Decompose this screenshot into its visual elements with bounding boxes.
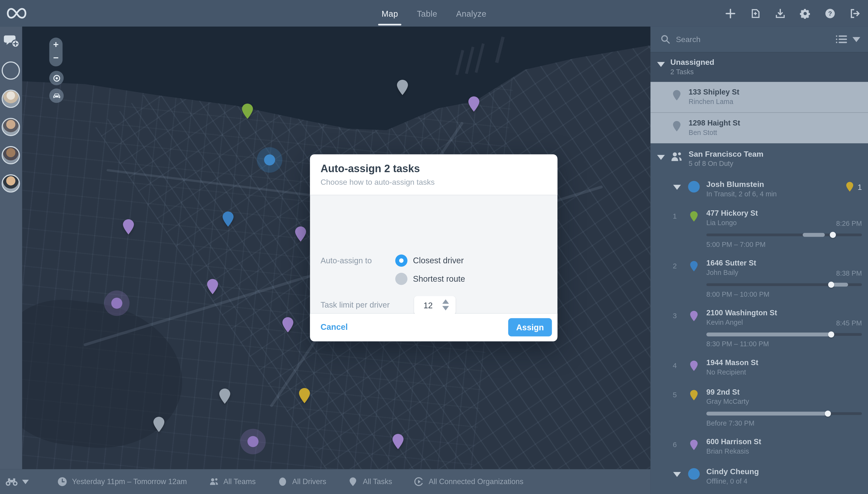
unassigned-count: 2 Tasks — [670, 68, 868, 77]
unassigned-task-row[interactable]: 133 Shipley StRinchen Lama — [650, 82, 868, 112]
radio-shortest-route[interactable] — [395, 273, 407, 285]
map-task-pin-gray[interactable] — [219, 388, 231, 404]
driver-avatar[interactable] — [2, 61, 20, 80]
map-driver-marker-blue[interactable] — [257, 147, 282, 173]
driver-avatar[interactable] — [2, 174, 20, 193]
sidebar-sort-caret[interactable] — [852, 37, 860, 42]
tab-table[interactable]: Table — [417, 0, 437, 26]
driver-row[interactable]: Josh BlumsteinIn Transit, 2 of 6, 4 min1 — [650, 175, 868, 204]
driver-task-row[interactable]: 41944 Mason StNo Recipient — [650, 354, 868, 383]
radio-closest-driver-label[interactable]: Closest driver — [413, 255, 464, 265]
map-task-pin-purple[interactable] — [282, 317, 294, 333]
search-input[interactable] — [675, 34, 836, 44]
driver-task-row[interactable]: 32100 Washington StKevin Angel8:45 PM8:3… — [650, 304, 868, 354]
driver-task-row[interactable]: 599 2nd StGray McCartyBefore 7:30 PM — [650, 383, 868, 433]
task-time-window: 8:30 PM – 11:00 PM — [706, 336, 868, 354]
driver-row[interactable]: Cindy CheungOffline, 0 of 4 — [650, 462, 868, 491]
export-download-icon — [775, 8, 785, 18]
search-icon — [661, 35, 670, 44]
driver-avatar[interactable] — [2, 118, 20, 136]
task-sequence-number: 1 — [670, 212, 679, 220]
team-section-header[interactable]: San Francisco Team5 of 8 On Duty — [650, 144, 868, 175]
map-task-pin-purple[interactable] — [392, 433, 404, 450]
filter-clock[interactable]: Yesterday 11pm – Tomorrow 12am — [58, 477, 187, 486]
driver-avatar[interactable] — [2, 146, 20, 165]
cancel-button[interactable]: Cancel — [320, 322, 348, 331]
sign-out-button[interactable] — [849, 8, 860, 19]
task-pin-icon — [690, 261, 698, 272]
avatar-photo — [3, 147, 19, 163]
new-chat-button[interactable] — [4, 34, 19, 49]
driver-task-row[interactable]: 1477 Hickory StLia Longo8:26 PM5:00 PM –… — [650, 204, 868, 254]
vehicles-button[interactable] — [49, 89, 63, 103]
map-task-pin-purple[interactable] — [294, 226, 307, 243]
stepper-down-icon[interactable] — [442, 306, 449, 310]
map-task-pin-gray[interactable] — [396, 79, 408, 96]
driver-status-dot — [688, 181, 700, 192]
task-progress-bar — [706, 233, 862, 236]
auto-assign-modal: Auto-assign 2 tasks Choose how to auto-a… — [310, 154, 557, 341]
caret-down-icon — [22, 479, 29, 484]
settings-gear-icon — [799, 8, 810, 18]
task-recipient: Gray McCarty — [706, 397, 868, 407]
map-task-pin-green[interactable] — [241, 103, 254, 120]
unassigned-task-row[interactable]: 1298 Haight StBen Stott — [650, 112, 868, 144]
filter-task-pin[interactable]: All Tasks — [348, 477, 392, 486]
task-sidebar: Unassigned2 Tasks133 Shipley StRinchen L… — [650, 26, 868, 494]
driver-oval-icon — [278, 477, 287, 486]
assign-to-label: Auto-assign to — [320, 256, 372, 265]
radio-shortest-route-label[interactable]: Shortest route — [413, 274, 465, 283]
driver-avatar[interactable] — [2, 90, 20, 108]
map-task-pin-purple[interactable] — [468, 96, 480, 112]
tab-map[interactable]: Map — [382, 0, 398, 26]
radio-closest-driver[interactable] — [395, 254, 407, 267]
create-task-button[interactable] — [724, 8, 736, 19]
team-on-duty-count: 5 of 8 On Duty — [689, 159, 868, 169]
task-address: 1944 Mason St — [706, 357, 868, 368]
stepper-up-icon[interactable] — [442, 299, 449, 304]
driver-task-row[interactable]: 21646 Sutter StJohn Baily8:38 PM8:00 PM … — [650, 254, 868, 304]
task-recipient: Brian Rekasis — [706, 447, 868, 457]
help-button[interactable]: ? — [824, 8, 835, 19]
driver-task-badge: 1 — [846, 182, 862, 192]
task-limit-input[interactable]: 12 — [414, 296, 456, 315]
list-view-icon[interactable] — [836, 35, 847, 44]
filter-driver-oval[interactable]: All Drivers — [278, 477, 326, 486]
collapse-triangle-icon[interactable] — [673, 472, 681, 477]
task-pin-icon — [348, 477, 358, 486]
view-filter-button[interactable] — [5, 477, 29, 486]
map-driver-marker-purple[interactable] — [240, 429, 265, 454]
filter-teams[interactable]: All Teams — [209, 477, 256, 486]
driver-status: Offline, 0 of 4 — [706, 477, 868, 486]
collapse-triangle-icon[interactable] — [657, 155, 665, 160]
driver-task-row[interactable]: 6600 Harrison StBrian Rekasis — [650, 433, 868, 462]
map-task-pin-blue[interactable] — [222, 211, 234, 228]
assign-button[interactable]: Assign — [508, 318, 552, 337]
clock-icon — [58, 477, 67, 486]
team-title: San Francisco Team — [689, 149, 868, 159]
zoom-out-button[interactable]: − — [49, 51, 63, 65]
settings-gear-button[interactable] — [799, 8, 810, 19]
export-download-button[interactable] — [774, 8, 786, 19]
locate-button[interactable] — [49, 71, 63, 85]
map-driver-marker-purple[interactable] — [104, 290, 129, 316]
collapse-triangle-icon[interactable] — [657, 62, 665, 67]
zoom-in-button[interactable]: + — [49, 38, 63, 52]
unassigned-section-header[interactable]: Unassigned2 Tasks — [650, 53, 868, 82]
task-sequence-number: 4 — [670, 361, 679, 369]
task-time-window: 5:00 PM – 7:00 PM — [706, 236, 868, 254]
top-bar: MapTableAnalyze ? — [0, 0, 868, 26]
modal-body: Auto-assign to Closest driver Shortest r… — [310, 195, 557, 314]
map-task-pin-purple[interactable] — [123, 218, 134, 235]
collapse-triangle-icon[interactable] — [673, 185, 681, 190]
task-limit-stepper[interactable] — [442, 299, 449, 310]
import-tasks-button[interactable] — [750, 8, 761, 19]
modal-header: Auto-assign 2 tasks Choose how to auto-a… — [310, 154, 557, 195]
tab-analyze[interactable]: Analyze — [456, 0, 486, 26]
task-eta: 8:26 PM — [836, 220, 862, 227]
map-task-pin-yellow[interactable] — [298, 387, 310, 404]
task-progress-bar — [706, 283, 862, 286]
filter-connected-org[interactable]: All Connected Organizations — [414, 477, 523, 486]
map-task-pin-purple[interactable] — [207, 278, 219, 295]
map-task-pin-gray[interactable] — [153, 416, 165, 433]
